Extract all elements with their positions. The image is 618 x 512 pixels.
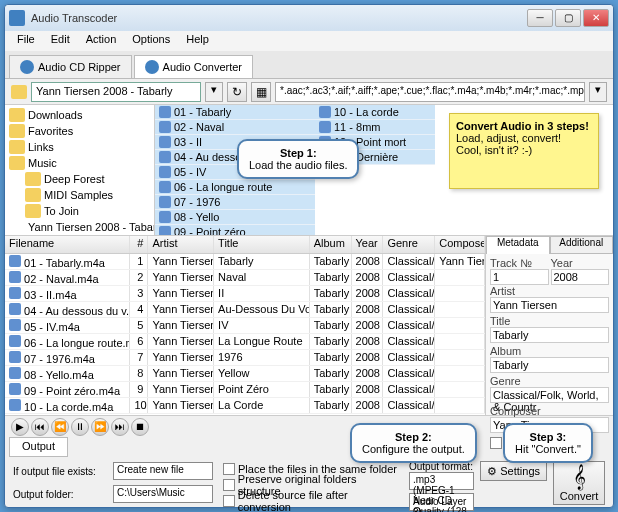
next-button[interactable]: ⏭ bbox=[111, 418, 129, 436]
meta-year-input[interactable]: 2008 bbox=[551, 269, 610, 285]
audio-icon bbox=[9, 319, 21, 331]
audio-icon bbox=[159, 166, 171, 178]
menu-edit[interactable]: Edit bbox=[43, 31, 78, 51]
clef-icon: 𝄞 bbox=[554, 464, 604, 490]
track-grid[interactable]: Filename#ArtistTitleAlbumYearGenreCompos… bbox=[5, 236, 485, 415]
view-button[interactable]: ▦ bbox=[251, 82, 271, 102]
file-item[interactable]: 11 - 8mm bbox=[315, 120, 435, 135]
window-title: Audio Transcoder bbox=[31, 12, 527, 24]
audio-icon bbox=[9, 367, 21, 379]
tab-audio-converter[interactable]: Audio Converter bbox=[134, 55, 254, 78]
tree-item[interactable]: MIDI Samples bbox=[7, 187, 152, 203]
audio-icon bbox=[9, 383, 21, 395]
table-row[interactable]: 05 - IV.m4a5Yann TiersenIVTabarly2008Cla… bbox=[5, 318, 485, 334]
audio-icon bbox=[9, 399, 21, 411]
chk-preserve[interactable] bbox=[223, 479, 235, 491]
menu-help[interactable]: Help bbox=[178, 31, 217, 51]
if-exists-select[interactable]: Create new file bbox=[113, 462, 213, 480]
callout-step3: Step 3:Hit "Convert." bbox=[503, 423, 593, 463]
meta-genre-select[interactable]: Classical/Folk, World, & Countr bbox=[490, 387, 609, 403]
column-header[interactable]: # bbox=[130, 236, 148, 253]
chk-delete[interactable] bbox=[223, 495, 235, 507]
tree-item[interactable]: Links bbox=[7, 139, 152, 155]
audio-icon bbox=[159, 196, 171, 208]
file-item[interactable]: 07 - 1976 bbox=[155, 195, 315, 210]
metadata-panel: Metadata Additional Track №1 Year2008 Ar… bbox=[485, 236, 613, 415]
column-header[interactable]: Composer bbox=[435, 236, 485, 253]
meta-album-input[interactable]: Tabarly bbox=[490, 357, 609, 373]
folder-icon bbox=[25, 188, 41, 202]
audio-icon bbox=[319, 106, 331, 118]
prev-button[interactable]: ⏮ bbox=[31, 418, 49, 436]
file-item[interactable]: 01 - Tabarly bbox=[155, 105, 315, 120]
folder-icon bbox=[25, 204, 41, 218]
pause-button[interactable]: ⏸ bbox=[71, 418, 89, 436]
tree-item[interactable]: Downloads bbox=[7, 107, 152, 123]
maximize-button[interactable]: ▢ bbox=[555, 9, 581, 27]
meta-tab-additional[interactable]: Additional bbox=[550, 236, 614, 254]
file-item[interactable]: 02 - Naval bbox=[155, 120, 315, 135]
tree-item[interactable]: To Join bbox=[7, 203, 152, 219]
table-row[interactable]: 10 - La corde.m4a10Yann TiersenLa CordeT… bbox=[5, 398, 485, 414]
minimize-button[interactable]: ─ bbox=[527, 9, 553, 27]
meta-title-input[interactable]: Tabarly bbox=[490, 327, 609, 343]
table-row[interactable]: 09 - Point zéro.m4a9Yann TiersenPoint Zé… bbox=[5, 382, 485, 398]
close-button[interactable]: ✕ bbox=[583, 9, 609, 27]
file-item[interactable]: 08 - Yello bbox=[155, 210, 315, 225]
tree-item[interactable]: Yann Tiersen 2008 - Tabarly bbox=[7, 219, 152, 235]
output-tab[interactable]: Output bbox=[9, 437, 68, 457]
stop-button[interactable]: ⏹ bbox=[131, 418, 149, 436]
column-header[interactable]: Album bbox=[310, 236, 352, 253]
callout-step2: Step 2:Configure the output. bbox=[350, 423, 477, 463]
audio-icon bbox=[9, 335, 21, 347]
table-row[interactable]: 03 - II.m4a3Yann TiersenIITabarly2008Cla… bbox=[5, 286, 485, 302]
folder-icon bbox=[25, 172, 41, 186]
table-row[interactable]: 01 - Tabarly.m4a1Yann TiersenTabarlyTaba… bbox=[5, 254, 485, 270]
meta-artist-input[interactable]: Yann Tiersen bbox=[490, 297, 609, 313]
column-header[interactable]: Title bbox=[214, 236, 310, 253]
table-row[interactable]: 06 - La longue route.m4a6Yann TiersenLa … bbox=[5, 334, 485, 350]
menu-file[interactable]: File bbox=[9, 31, 43, 51]
filter-dropdown[interactable]: ▾ bbox=[589, 82, 607, 102]
rew-button[interactable]: ⏪ bbox=[51, 418, 69, 436]
table-row[interactable]: 02 - Naval.m4a2Yann TiersenNavalTabarly2… bbox=[5, 270, 485, 286]
meta-track-input[interactable]: 1 bbox=[490, 269, 549, 285]
chk-same-folder[interactable] bbox=[223, 463, 235, 475]
filter-field[interactable]: *.aac;*.ac3;*.aif;*.aiff;*.ape;*.cue;*.f… bbox=[275, 82, 585, 102]
audio-icon bbox=[159, 121, 171, 133]
menu-options[interactable]: Options bbox=[124, 31, 178, 51]
folder-icon bbox=[9, 156, 25, 170]
format-select[interactable]: .mp3 (MPEG-1 Audio Layer 3) bbox=[409, 472, 474, 490]
tree-item[interactable]: Favorites bbox=[7, 123, 152, 139]
path-field[interactable]: Yann Tiersen 2008 - Tabarly bbox=[31, 82, 201, 102]
settings-button[interactable]: ⚙Settings bbox=[480, 461, 547, 481]
meta-useall-checkbox[interactable] bbox=[490, 437, 502, 449]
refresh-button[interactable]: ↻ bbox=[227, 82, 247, 102]
tree-item[interactable]: Music bbox=[7, 155, 152, 171]
fwd-button[interactable]: ⏩ bbox=[91, 418, 109, 436]
column-header[interactable]: Year bbox=[352, 236, 384, 253]
output-folder-field[interactable]: C:\Users\Music bbox=[113, 485, 213, 503]
audio-icon bbox=[159, 226, 171, 235]
cd-icon bbox=[20, 60, 34, 74]
play-button[interactable]: ▶ bbox=[11, 418, 29, 436]
table-row[interactable]: 07 - 1976.m4a7Yann Tiersen1976Tabarly200… bbox=[5, 350, 485, 366]
tab-cd-ripper[interactable]: Audio CD Ripper bbox=[9, 55, 132, 78]
app-icon bbox=[9, 10, 25, 26]
file-item[interactable]: 10 - La corde bbox=[315, 105, 435, 120]
table-row[interactable]: 04 - Au dessous du v...4Yann TiersenAu-D… bbox=[5, 302, 485, 318]
column-header[interactable]: Genre bbox=[383, 236, 435, 253]
convert-button[interactable]: 𝄞 Convert bbox=[553, 461, 605, 505]
audio-icon bbox=[159, 181, 171, 193]
column-header[interactable]: Filename bbox=[5, 236, 130, 253]
column-header[interactable]: Artist bbox=[148, 236, 214, 253]
audio-icon bbox=[159, 151, 171, 163]
meta-tab-metadata[interactable]: Metadata bbox=[486, 236, 550, 254]
file-item[interactable]: 09 - Point zéro bbox=[155, 225, 315, 235]
file-item[interactable]: 06 - La longue route bbox=[155, 180, 315, 195]
tree-item[interactable]: Deep Forest bbox=[7, 171, 152, 187]
path-dropdown[interactable]: ▾ bbox=[205, 82, 223, 102]
menu-action[interactable]: Action bbox=[78, 31, 125, 51]
table-row[interactable]: 08 - Yello.m4a8Yann TiersenYellowTabarly… bbox=[5, 366, 485, 382]
sticky-note: Convert Audio in 3 steps! Load, adjust, … bbox=[449, 113, 599, 189]
